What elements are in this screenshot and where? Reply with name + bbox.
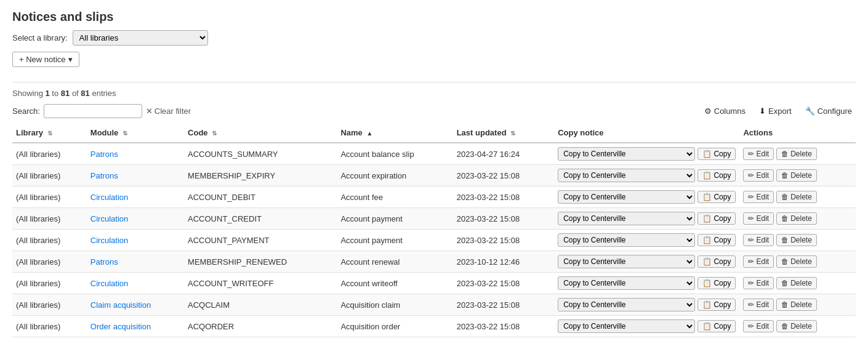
table-row: (All libraries) Patrons MEMBERSHIP_EXPIR… <box>12 165 856 187</box>
export-button[interactable]: ⬇ Export <box>755 105 795 118</box>
copy-button[interactable]: 📋 Copy <box>697 169 736 182</box>
col-code[interactable]: Code <box>184 123 337 143</box>
copy-button[interactable]: 📋 Copy <box>697 191 736 203</box>
col-library[interactable]: Library <box>12 123 87 143</box>
copy-button[interactable]: 📋 Copy <box>697 148 736 160</box>
copy-notice-select[interactable]: Copy to Centerville <box>558 298 695 311</box>
search-input[interactable] <box>44 104 142 118</box>
copy-notice-select[interactable]: Copy to Centerville <box>558 233 695 247</box>
trash-icon: 🗑 <box>781 279 789 287</box>
edit-button[interactable]: ✏ Edit <box>743 277 774 289</box>
delete-button[interactable]: 🗑 Delete <box>776 277 817 289</box>
delete-button[interactable]: 🗑 Delete <box>776 191 817 203</box>
cell-library: (All libraries) <box>12 143 87 165</box>
copy-icon: 📋 <box>702 257 712 266</box>
edit-icon: ✏ <box>748 257 754 266</box>
edit-label: Edit <box>756 150 769 158</box>
table-row: (All libraries) Circulation ACCOUNT_CRED… <box>12 208 856 230</box>
copy-notice-select[interactable]: Copy to Centerville <box>558 169 695 182</box>
cell-copy-notice: Copy to Centerville 📋 Copy <box>554 165 739 187</box>
edit-icon: ✏ <box>748 150 754 158</box>
export-icon: ⬇ <box>759 106 766 116</box>
copy-icon: 📋 <box>702 193 712 201</box>
module-link[interactable]: Circulation <box>90 279 128 288</box>
cell-actions: ✏ Edit 🗑 Delete <box>739 187 856 208</box>
copy-notice-select[interactable]: Copy to Centerville <box>558 212 695 225</box>
cell-module: Circulation <box>87 208 184 230</box>
cell-module: Claim acquisition <box>87 294 184 316</box>
cell-name: Account writeoff <box>337 273 452 294</box>
module-link[interactable]: Circulation <box>90 236 128 245</box>
configure-button[interactable]: 🔧 Configure <box>802 105 856 118</box>
search-label: Search: <box>12 106 40 116</box>
edit-button[interactable]: ✏ Edit <box>743 234 774 246</box>
table-row: (All libraries) Order acquisition ACQORD… <box>12 316 856 337</box>
library-select[interactable]: All libraries <box>73 30 208 46</box>
clear-filter-label: Clear filter <box>155 106 191 116</box>
edit-icon: ✏ <box>748 171 754 180</box>
edit-button[interactable]: ✏ Edit <box>743 212 774 225</box>
copy-icon: 📋 <box>702 171 712 180</box>
copy-label: Copy <box>713 279 731 287</box>
edit-button[interactable]: ✏ Edit <box>743 299 774 311</box>
copy-notice-select[interactable]: Copy to Centerville <box>558 190 695 204</box>
delete-button[interactable]: 🗑 Delete <box>776 212 817 225</box>
col-module[interactable]: Module <box>87 123 184 143</box>
edit-label: Edit <box>756 322 769 331</box>
copy-label: Copy <box>713 300 731 309</box>
col-name[interactable]: Name <box>337 123 452 143</box>
copy-button[interactable]: 📋 Copy <box>697 299 736 311</box>
module-link[interactable]: Patrons <box>90 150 118 159</box>
delete-button[interactable]: 🗑 Delete <box>776 234 817 246</box>
cell-actions: ✏ Edit 🗑 Delete <box>739 273 856 294</box>
cell-name: Account expiration <box>337 165 452 187</box>
cell-code: ACCOUNT_DEBIT <box>184 187 337 208</box>
delete-button[interactable]: 🗑 Delete <box>776 169 817 182</box>
module-link[interactable]: Patrons <box>90 257 118 267</box>
delete-button[interactable]: 🗑 Delete <box>776 148 817 160</box>
new-notice-button[interactable]: + New notice ▾ <box>12 52 79 67</box>
copy-notice-select[interactable]: Copy to Centerville <box>558 276 695 290</box>
clear-filter-button[interactable]: ✕ Clear filter <box>146 106 191 116</box>
columns-button[interactable]: ⚙ Columns <box>701 105 749 118</box>
cell-actions: ✏ Edit 🗑 Delete <box>739 316 856 337</box>
delete-label: Delete <box>790 150 812 158</box>
cell-library: (All libraries) <box>12 230 87 251</box>
copy-notice-select[interactable]: Copy to Centerville <box>558 147 695 161</box>
copy-notice-select[interactable]: Copy to Centerville <box>558 255 695 268</box>
copy-button[interactable]: 📋 Copy <box>697 234 736 246</box>
copy-button[interactable]: 📋 Copy <box>697 212 736 225</box>
edit-label: Edit <box>756 236 769 244</box>
columns-gear-icon: ⚙ <box>704 106 712 116</box>
copy-button[interactable]: 📋 Copy <box>697 320 736 332</box>
cell-module: Circulation <box>87 187 184 208</box>
edit-button[interactable]: ✏ Edit <box>743 255 774 268</box>
trash-icon: 🗑 <box>781 322 789 331</box>
copy-notice-select[interactable]: Copy to Centerville <box>558 319 695 333</box>
cell-copy-notice: Copy to Centerville 📋 Copy <box>554 294 739 316</box>
delete-button[interactable]: 🗑 Delete <box>776 320 817 332</box>
module-link[interactable]: Claim acquisition <box>90 300 151 310</box>
cell-module: Circulation <box>87 230 184 251</box>
module-link[interactable]: Circulation <box>90 193 128 202</box>
table-header-row: Library Module Code Name Last updated Co… <box>12 123 856 143</box>
col-last-updated[interactable]: Last updated <box>453 123 554 143</box>
delete-button[interactable]: 🗑 Delete <box>776 299 817 311</box>
edit-button[interactable]: ✏ Edit <box>743 148 774 160</box>
module-link[interactable]: Circulation <box>90 214 128 223</box>
edit-icon: ✏ <box>748 279 754 287</box>
cell-library: (All libraries) <box>12 165 87 187</box>
edit-button[interactable]: ✏ Edit <box>743 191 774 203</box>
cell-last-updated: 2023-03-22 15:08 <box>453 230 554 251</box>
delete-label: Delete <box>790 279 812 287</box>
cell-module: Circulation <box>87 273 184 294</box>
export-label: Export <box>768 106 792 116</box>
delete-button[interactable]: 🗑 Delete <box>776 255 817 268</box>
edit-button[interactable]: ✏ Edit <box>743 169 774 182</box>
module-link[interactable]: Order acquisition <box>90 322 151 331</box>
module-link[interactable]: Patrons <box>90 171 118 180</box>
edit-button[interactable]: ✏ Edit <box>743 320 774 332</box>
copy-button[interactable]: 📋 Copy <box>697 277 736 289</box>
copy-button[interactable]: 📋 Copy <box>697 255 736 268</box>
cell-code: ACCOUNT_PAYMENT <box>184 230 337 251</box>
